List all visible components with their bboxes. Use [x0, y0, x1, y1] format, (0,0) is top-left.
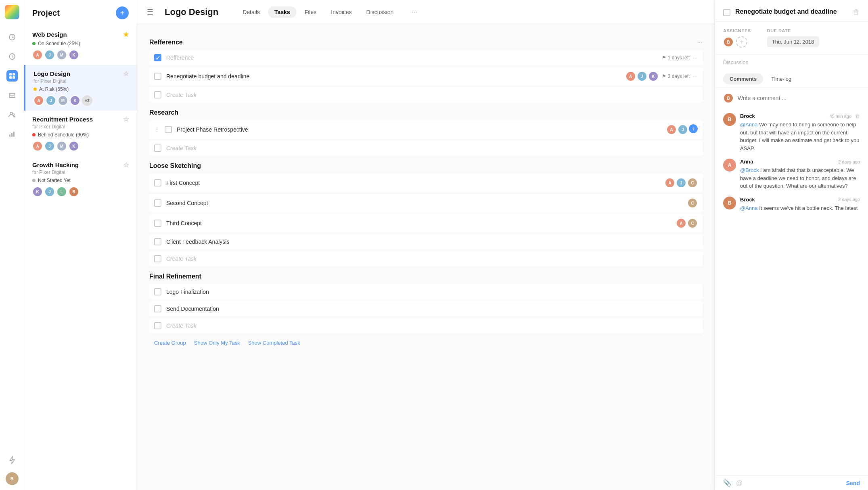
- tab-details[interactable]: Details: [236, 6, 266, 18]
- flag-icon: ⚑: [662, 55, 666, 61]
- task-row-create[interactable]: Create Task: [149, 318, 703, 333]
- task-checkbox[interactable]: [165, 126, 172, 133]
- project-name-label: Logo Design: [33, 70, 70, 77]
- star-icon-growth[interactable]: ☆: [123, 161, 129, 169]
- avatar: J: [676, 178, 686, 188]
- panel-header: Renegotiate budget and deadline 🗑: [715, 0, 868, 22]
- task-row: Second Concept C: [149, 194, 703, 212]
- comment-body: Anna 2 days ago @Brock I am afraid that …: [740, 159, 860, 190]
- task-row-create[interactable]: Create Task: [149, 87, 703, 103]
- comment-input[interactable]: [738, 95, 860, 101]
- task-options-icon[interactable]: ···: [693, 73, 698, 80]
- task-checkbox[interactable]: [154, 220, 161, 227]
- assignee-avatar: B: [723, 37, 734, 47]
- create-group-button[interactable]: Create Group: [154, 340, 186, 346]
- project-client: for Pixer Digital: [33, 78, 129, 84]
- avatar: J: [44, 141, 55, 151]
- create-task-label: Create Task: [166, 145, 698, 151]
- star-icon-recruitment[interactable]: ☆: [123, 115, 129, 123]
- status-dot: [33, 88, 37, 91]
- nav-people[interactable]: [6, 109, 18, 120]
- user-avatar[interactable]: B: [6, 472, 19, 485]
- task-row-create[interactable]: Create Task: [149, 251, 703, 266]
- nav-dashboard[interactable]: [6, 31, 18, 43]
- due-date-value[interactable]: Thu, Jun 12, 2018: [767, 36, 819, 47]
- avatar: A: [32, 50, 43, 60]
- panel-delete-icon[interactable]: 🗑: [853, 8, 860, 17]
- task-checkbox[interactable]: [154, 305, 161, 312]
- project-client: for Pixer Digital: [32, 170, 129, 175]
- tab-tasks[interactable]: Tasks: [268, 6, 297, 18]
- section-research: Research: [149, 109, 703, 116]
- add-project-button[interactable]: +: [116, 6, 129, 19]
- comment-time: 2 days ago: [838, 197, 860, 202]
- task-options-icon[interactable]: ···: [693, 54, 698, 61]
- section-menu-icon[interactable]: ···: [697, 39, 703, 46]
- star-icon-web-design[interactable]: ★: [123, 31, 129, 38]
- task-meta: A J C: [665, 178, 698, 188]
- show-my-task-button[interactable]: Show Only My Task: [194, 340, 240, 346]
- comment-text: @Anna We may need to bring in someone to…: [740, 121, 860, 152]
- star-icon-logo-design[interactable]: ☆: [123, 70, 129, 77]
- task-checkbox[interactable]: [154, 73, 161, 80]
- add-assignee-button[interactable]: +: [736, 36, 747, 48]
- status-label: On Schedule (25%): [38, 41, 80, 46]
- create-task-label: Create Task: [166, 92, 698, 98]
- task-meta: A J K ⚑ 3 days left ···: [625, 71, 698, 82]
- task-checkbox[interactable]: [154, 255, 161, 262]
- task-checkbox[interactable]: [154, 144, 161, 152]
- nav-clock[interactable]: [6, 51, 18, 62]
- create-task-label: Create Task: [166, 255, 698, 262]
- status-dot: [32, 179, 36, 182]
- flag-icon: ⚑: [662, 73, 666, 79]
- sidebar-item-web-design[interactable]: Web Design ★ On Schedule (25%) A J M K: [24, 26, 137, 65]
- nav-reports[interactable]: [6, 128, 18, 140]
- avatar: J: [637, 71, 647, 82]
- comment-time: 2 days ago: [838, 159, 860, 164]
- menu-icon[interactable]: ☰: [147, 8, 153, 17]
- svg-rect-3: [13, 73, 15, 75]
- task-checkbox[interactable]: [154, 91, 161, 98]
- comment-author: Brock: [740, 197, 755, 203]
- task-checkbox[interactable]: [154, 322, 161, 329]
- drag-handle-icon[interactable]: ⋮: [154, 126, 160, 133]
- tab-invoices[interactable]: Invoices: [324, 6, 358, 18]
- attachment-icon[interactable]: 📎: [723, 479, 731, 487]
- tab-files[interactable]: Files: [298, 6, 323, 18]
- mention-icon[interactable]: @: [736, 480, 743, 487]
- more-tabs-icon[interactable]: ···: [411, 8, 417, 16]
- sidebar-item-recruitment[interactable]: Recruitment Process ☆ for Pixer Digital …: [24, 111, 137, 156]
- comment-body: Brock 2 days ago @Anna It seems we've hi…: [740, 197, 860, 212]
- comments-area: B B Brock 45 min ago 🗑 @Anna We may need…: [715, 88, 868, 475]
- section-final-refinement: Final Refinement: [149, 273, 703, 280]
- send-button[interactable]: Send: [846, 480, 860, 486]
- task-checkbox[interactable]: [154, 238, 161, 245]
- sidebar-item-logo-design[interactable]: Logo Design ☆ for Pixer Digital At Risk …: [24, 65, 137, 111]
- comment-input-row: B: [723, 93, 860, 103]
- tab-comments[interactable]: Comments: [723, 73, 763, 84]
- task-avatars: A J K: [625, 71, 659, 82]
- mention: @Brock: [740, 167, 759, 173]
- task-checkbox[interactable]: [154, 179, 161, 186]
- show-completed-button[interactable]: Show Completed Task: [248, 340, 300, 346]
- add-assignee-icon[interactable]: +: [689, 124, 698, 133]
- topbar-tabs: Details Tasks Files Invoices Discussion: [236, 6, 400, 18]
- task-checkbox[interactable]: ✓: [154, 54, 161, 61]
- nav-lightning[interactable]: [6, 454, 18, 466]
- status-label: At Risk (65%): [39, 86, 69, 92]
- sidebar-item-growth-hacking[interactable]: Growth Hacking ☆ for Pixer Digital Not S…: [24, 156, 137, 202]
- status-dot: [32, 133, 36, 136]
- task-checkbox[interactable]: [154, 288, 161, 295]
- avatar: C: [687, 218, 698, 228]
- task-meta: C: [687, 198, 698, 208]
- comment-delete-icon[interactable]: 🗑: [855, 113, 860, 119]
- nav-inbox[interactable]: [6, 90, 18, 101]
- tab-discussion[interactable]: Discussion: [360, 6, 400, 18]
- flag-text: 1 days left: [668, 55, 690, 61]
- flag-badge: ⚑ 1 days left: [662, 55, 690, 61]
- task-row-create[interactable]: Create Task: [149, 140, 703, 156]
- nav-projects[interactable]: [6, 70, 18, 82]
- tab-timelog[interactable]: Time-log: [765, 73, 798, 84]
- panel-task-checkbox[interactable]: [723, 9, 730, 16]
- task-checkbox[interactable]: [154, 199, 161, 207]
